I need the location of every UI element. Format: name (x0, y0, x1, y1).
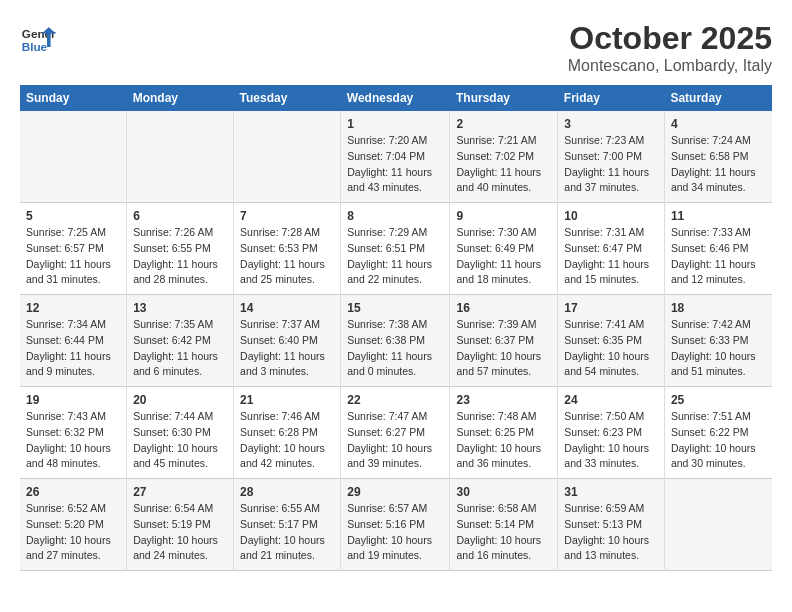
calendar-week-row: 1Sunrise: 7:20 AM Sunset: 7:04 PM Daylig… (20, 111, 772, 203)
day-number: 22 (347, 393, 443, 407)
day-info: Sunrise: 7:29 AM Sunset: 6:51 PM Dayligh… (347, 225, 443, 288)
weekday-header: Tuesday (234, 85, 341, 111)
day-number: 7 (240, 209, 334, 223)
day-info: Sunrise: 6:52 AM Sunset: 5:20 PM Dayligh… (26, 501, 120, 564)
day-info: Sunrise: 6:55 AM Sunset: 5:17 PM Dayligh… (240, 501, 334, 564)
calendar-cell: 19Sunrise: 7:43 AM Sunset: 6:32 PM Dayli… (20, 387, 127, 479)
calendar-week-row: 12Sunrise: 7:34 AM Sunset: 6:44 PM Dayli… (20, 295, 772, 387)
day-info: Sunrise: 7:44 AM Sunset: 6:30 PM Dayligh… (133, 409, 227, 472)
day-number: 13 (133, 301, 227, 315)
calendar-cell (20, 111, 127, 203)
day-number: 15 (347, 301, 443, 315)
title-block: October 2025 Montescano, Lombardy, Italy (568, 20, 772, 75)
weekday-header: Friday (558, 85, 665, 111)
day-info: Sunrise: 7:42 AM Sunset: 6:33 PM Dayligh… (671, 317, 766, 380)
day-info: Sunrise: 7:41 AM Sunset: 6:35 PM Dayligh… (564, 317, 658, 380)
page-subtitle: Montescano, Lombardy, Italy (568, 57, 772, 75)
day-number: 30 (456, 485, 551, 499)
page-title: October 2025 (568, 20, 772, 57)
day-info: Sunrise: 6:57 AM Sunset: 5:16 PM Dayligh… (347, 501, 443, 564)
day-info: Sunrise: 7:20 AM Sunset: 7:04 PM Dayligh… (347, 133, 443, 196)
svg-text:Blue: Blue (22, 40, 48, 53)
day-number: 1 (347, 117, 443, 131)
day-number: 12 (26, 301, 120, 315)
day-number: 29 (347, 485, 443, 499)
logo-icon: General Blue (20, 20, 56, 56)
day-info: Sunrise: 7:48 AM Sunset: 6:25 PM Dayligh… (456, 409, 551, 472)
day-info: Sunrise: 7:21 AM Sunset: 7:02 PM Dayligh… (456, 133, 551, 196)
calendar-cell: 11Sunrise: 7:33 AM Sunset: 6:46 PM Dayli… (664, 203, 772, 295)
calendar-cell (664, 479, 772, 571)
day-number: 26 (26, 485, 120, 499)
calendar-cell: 6Sunrise: 7:26 AM Sunset: 6:55 PM Daylig… (127, 203, 234, 295)
day-info: Sunrise: 6:54 AM Sunset: 5:19 PM Dayligh… (133, 501, 227, 564)
calendar-cell: 24Sunrise: 7:50 AM Sunset: 6:23 PM Dayli… (558, 387, 665, 479)
calendar-cell: 17Sunrise: 7:41 AM Sunset: 6:35 PM Dayli… (558, 295, 665, 387)
weekday-header-row: SundayMondayTuesdayWednesdayThursdayFrid… (20, 85, 772, 111)
calendar-week-row: 5Sunrise: 7:25 AM Sunset: 6:57 PM Daylig… (20, 203, 772, 295)
day-info: Sunrise: 7:31 AM Sunset: 6:47 PM Dayligh… (564, 225, 658, 288)
day-number: 18 (671, 301, 766, 315)
calendar-cell: 21Sunrise: 7:46 AM Sunset: 6:28 PM Dayli… (234, 387, 341, 479)
calendar-cell: 9Sunrise: 7:30 AM Sunset: 6:49 PM Daylig… (450, 203, 558, 295)
day-number: 5 (26, 209, 120, 223)
day-number: 21 (240, 393, 334, 407)
weekday-header: Wednesday (341, 85, 450, 111)
calendar-cell: 8Sunrise: 7:29 AM Sunset: 6:51 PM Daylig… (341, 203, 450, 295)
day-number: 8 (347, 209, 443, 223)
calendar-cell: 23Sunrise: 7:48 AM Sunset: 6:25 PM Dayli… (450, 387, 558, 479)
calendar-cell: 13Sunrise: 7:35 AM Sunset: 6:42 PM Dayli… (127, 295, 234, 387)
day-info: Sunrise: 7:51 AM Sunset: 6:22 PM Dayligh… (671, 409, 766, 472)
calendar-cell: 2Sunrise: 7:21 AM Sunset: 7:02 PM Daylig… (450, 111, 558, 203)
calendar-week-row: 19Sunrise: 7:43 AM Sunset: 6:32 PM Dayli… (20, 387, 772, 479)
day-info: Sunrise: 7:47 AM Sunset: 6:27 PM Dayligh… (347, 409, 443, 472)
weekday-header: Thursday (450, 85, 558, 111)
day-number: 4 (671, 117, 766, 131)
page-header: General Blue October 2025 Montescano, Lo… (20, 20, 772, 75)
day-number: 19 (26, 393, 120, 407)
calendar-cell: 5Sunrise: 7:25 AM Sunset: 6:57 PM Daylig… (20, 203, 127, 295)
day-number: 16 (456, 301, 551, 315)
day-number: 2 (456, 117, 551, 131)
calendar-cell: 27Sunrise: 6:54 AM Sunset: 5:19 PM Dayli… (127, 479, 234, 571)
day-info: Sunrise: 7:43 AM Sunset: 6:32 PM Dayligh… (26, 409, 120, 472)
day-number: 31 (564, 485, 658, 499)
calendar-cell: 30Sunrise: 6:58 AM Sunset: 5:14 PM Dayli… (450, 479, 558, 571)
day-number: 27 (133, 485, 227, 499)
calendar-cell: 25Sunrise: 7:51 AM Sunset: 6:22 PM Dayli… (664, 387, 772, 479)
day-info: Sunrise: 7:23 AM Sunset: 7:00 PM Dayligh… (564, 133, 658, 196)
day-info: Sunrise: 7:28 AM Sunset: 6:53 PM Dayligh… (240, 225, 334, 288)
day-info: Sunrise: 7:35 AM Sunset: 6:42 PM Dayligh… (133, 317, 227, 380)
day-info: Sunrise: 7:46 AM Sunset: 6:28 PM Dayligh… (240, 409, 334, 472)
calendar-cell: 10Sunrise: 7:31 AM Sunset: 6:47 PM Dayli… (558, 203, 665, 295)
calendar-cell: 3Sunrise: 7:23 AM Sunset: 7:00 PM Daylig… (558, 111, 665, 203)
day-info: Sunrise: 7:25 AM Sunset: 6:57 PM Dayligh… (26, 225, 120, 288)
day-info: Sunrise: 7:39 AM Sunset: 6:37 PM Dayligh… (456, 317, 551, 380)
day-number: 28 (240, 485, 334, 499)
calendar-cell: 12Sunrise: 7:34 AM Sunset: 6:44 PM Dayli… (20, 295, 127, 387)
calendar-cell: 31Sunrise: 6:59 AM Sunset: 5:13 PM Dayli… (558, 479, 665, 571)
weekday-header: Sunday (20, 85, 127, 111)
calendar-cell: 26Sunrise: 6:52 AM Sunset: 5:20 PM Dayli… (20, 479, 127, 571)
day-info: Sunrise: 7:37 AM Sunset: 6:40 PM Dayligh… (240, 317, 334, 380)
day-info: Sunrise: 7:30 AM Sunset: 6:49 PM Dayligh… (456, 225, 551, 288)
logo: General Blue (20, 20, 60, 56)
calendar-table: SundayMondayTuesdayWednesdayThursdayFrid… (20, 85, 772, 571)
day-info: Sunrise: 7:33 AM Sunset: 6:46 PM Dayligh… (671, 225, 766, 288)
calendar-cell: 20Sunrise: 7:44 AM Sunset: 6:30 PM Dayli… (127, 387, 234, 479)
day-number: 10 (564, 209, 658, 223)
calendar-cell: 29Sunrise: 6:57 AM Sunset: 5:16 PM Dayli… (341, 479, 450, 571)
calendar-cell (127, 111, 234, 203)
calendar-week-row: 26Sunrise: 6:52 AM Sunset: 5:20 PM Dayli… (20, 479, 772, 571)
day-number: 6 (133, 209, 227, 223)
calendar-cell (234, 111, 341, 203)
weekday-header: Saturday (664, 85, 772, 111)
calendar-cell: 22Sunrise: 7:47 AM Sunset: 6:27 PM Dayli… (341, 387, 450, 479)
day-info: Sunrise: 7:24 AM Sunset: 6:58 PM Dayligh… (671, 133, 766, 196)
calendar-cell: 16Sunrise: 7:39 AM Sunset: 6:37 PM Dayli… (450, 295, 558, 387)
calendar-cell: 15Sunrise: 7:38 AM Sunset: 6:38 PM Dayli… (341, 295, 450, 387)
day-info: Sunrise: 6:58 AM Sunset: 5:14 PM Dayligh… (456, 501, 551, 564)
day-info: Sunrise: 7:34 AM Sunset: 6:44 PM Dayligh… (26, 317, 120, 380)
day-info: Sunrise: 6:59 AM Sunset: 5:13 PM Dayligh… (564, 501, 658, 564)
day-number: 3 (564, 117, 658, 131)
